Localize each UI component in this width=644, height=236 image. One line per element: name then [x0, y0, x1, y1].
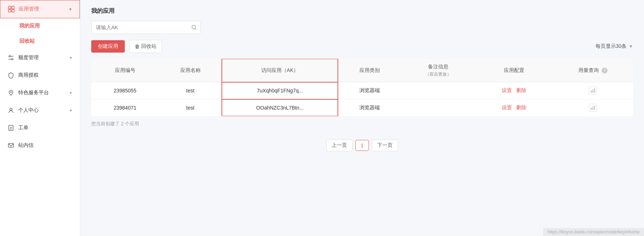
sidebar-item-my-apps[interactable]: 我的应用 — [0, 18, 80, 34]
app-type-cell-1: 浏览器端 — [338, 82, 401, 99]
usage-help-icon[interactable]: ? — [602, 68, 608, 73]
usage-icon-1[interactable] — [589, 87, 597, 95]
notes-cell-2[interactable] — [401, 99, 475, 117]
notes-cell-1[interactable] — [401, 82, 475, 99]
col-header-app-name: 应用名称 — [159, 59, 222, 82]
search-input[interactable] — [91, 21, 201, 34]
shield-icon — [7, 72, 15, 79]
search-bar — [91, 21, 633, 34]
svg-rect-1 — [12, 6, 14, 9]
col-header-usage: 用量查询 ? — [553, 59, 633, 82]
svg-point-8 — [11, 92, 12, 93]
table-header-row: 应用编号 应用名称 访问应用（AK） 应用类别 备注信息 （双击更改） 应用配置… — [91, 59, 633, 82]
svg-point-5 — [9, 56, 11, 57]
sidebar-app-mgmt-arrow: ▼ — [69, 7, 72, 11]
current-page-button[interactable]: 1 — [355, 140, 369, 151]
col-header-app-no: 应用编号 — [91, 59, 159, 82]
sidebar-item-inbox[interactable]: 站内信 — [0, 137, 80, 154]
app-no-cell-2: 23984071 — [91, 99, 159, 117]
mail-icon — [7, 142, 15, 149]
col-header-ak: 访问应用（AK） — [222, 59, 338, 82]
next-page-button[interactable]: 下一页 — [372, 140, 398, 151]
usage-icon-2[interactable] — [589, 104, 597, 112]
toolbar: 创建应用 🗑 回收站 每页显示30条 ▼ — [91, 40, 633, 53]
sidebar-workorder-label: 工单 — [18, 125, 73, 131]
ak-cell-1[interactable]: 7uXqh0qF1FNg7q... — [222, 82, 338, 99]
app-name-cell-1: test — [159, 82, 222, 99]
svg-rect-21 — [593, 107, 594, 110]
config-cell-1: 设置 删除 — [475, 82, 553, 99]
svg-rect-22 — [594, 106, 595, 110]
config-set-link-2[interactable]: 设置 — [502, 104, 512, 110]
sidebar-profile-label: 个人中心 — [18, 107, 69, 114]
sidebar-item-workorder[interactable]: 工单 — [0, 119, 80, 137]
app-type-cell-2: 浏览器端 — [338, 99, 401, 117]
col-header-app-type: 应用类别 — [338, 59, 401, 82]
svg-rect-0 — [8, 6, 11, 9]
svg-point-7 — [11, 58, 13, 60]
pin-icon — [7, 89, 15, 96]
sidebar-quota-arrow: ▼ — [69, 56, 73, 60]
recycle-button[interactable]: 🗑 回收站 — [129, 40, 162, 53]
table-body: 23985055 test 7uXqh0qF1FNg7q... 浏览器端 设置 … — [91, 82, 633, 117]
sidebar-item-quota[interactable]: 额度管理 ▼ — [0, 49, 80, 66]
app-no-cell-1: 23985055 — [91, 82, 159, 99]
search-input-wrapper — [91, 21, 201, 34]
sidebar-item-auth[interactable]: 商用授权 — [0, 66, 80, 84]
create-app-button[interactable]: 创建应用 — [91, 40, 125, 53]
prev-page-button[interactable]: 上一页 — [326, 140, 352, 151]
svg-rect-17 — [591, 91, 592, 93]
ak-cell-2[interactable]: OOahNZC3nL7Btn... — [222, 99, 338, 117]
chevron-down-icon: ▼ — [629, 44, 633, 49]
sidebar-auth-label: 商用授权 — [18, 72, 73, 79]
main-content: 我的应用 创建应用 🗑 回收站 每页显示30条 ▼ 应用编号 — [80, 0, 644, 236]
svg-point-9 — [10, 108, 12, 110]
config-del-link-2[interactable]: 删除 — [516, 104, 527, 110]
sidebar-sub-app-mgmt: 我的应用 回收站 — [0, 18, 80, 49]
usage-cell-1 — [553, 82, 633, 99]
search-button[interactable] — [188, 21, 201, 34]
svg-rect-20 — [591, 108, 592, 110]
svg-rect-19 — [594, 88, 595, 93]
config-cell-2: 设置 删除 — [475, 99, 553, 117]
page-title: 我的应用 — [91, 7, 633, 15]
bottom-bar-url: https://lbsyun.baidu.com/apiconsole/key#… — [548, 229, 640, 235]
svg-rect-10 — [9, 125, 13, 130]
col-header-notes: 备注信息 （双击更改） — [401, 59, 475, 82]
svg-rect-18 — [593, 90, 594, 93]
app-name-cell-2: test — [159, 99, 222, 117]
sidebar-item-profile[interactable]: 个人中心 ▼ — [0, 102, 80, 119]
sidebar-quota-label: 额度管理 — [18, 54, 69, 61]
table-row: 23984071 test OOahNZC3nL7Btn... 浏览器端 设置 … — [91, 99, 633, 117]
document-icon — [7, 124, 15, 132]
sidebar-special-label: 特色服务平台 — [18, 90, 69, 96]
svg-rect-2 — [8, 9, 11, 12]
table-row: 23985055 test 7uXqh0qF1FNg7q... 浏览器端 设置 … — [91, 82, 633, 99]
usage-cell-2 — [553, 99, 633, 117]
grid-icon — [8, 5, 15, 13]
person-icon — [7, 107, 15, 114]
recycle-icon: 🗑 — [135, 43, 140, 49]
sidebar-special-arrow: ▼ — [69, 91, 73, 95]
config-del-link-1[interactable]: 删除 — [516, 87, 527, 93]
app-table: 应用编号 应用名称 访问应用（AK） 应用类别 备注信息 （双击更改） 应用配置… — [91, 59, 633, 116]
config-set-link-1[interactable]: 设置 — [502, 87, 512, 93]
sidebar-item-recycle[interactable]: 回收站 — [0, 34, 80, 49]
sidebar-item-special[interactable]: 特色服务平台 ▼ — [0, 84, 80, 102]
svg-line-16 — [195, 28, 196, 30]
sidebar: 应用管理 ▼ 我的应用 回收站 额度管理 ▼ 商用授权 — [0, 0, 80, 236]
sidebar-app-mgmt-label: 应用管理 — [19, 6, 69, 12]
bottom-bar: https://lbsyun.baidu.com/apiconsole/key#… — [543, 228, 644, 236]
sidebar-profile-arrow: ▼ — [69, 109, 73, 113]
per-page-select: 每页显示30条 ▼ — [595, 43, 633, 50]
svg-point-15 — [192, 25, 196, 29]
per-page-label: 每页显示30条 — [595, 43, 627, 50]
svg-rect-3 — [12, 9, 14, 12]
sidebar-inbox-label: 站内信 — [18, 142, 73, 149]
sliders-icon — [7, 54, 15, 61]
pagination: 上一页 1 下一页 — [91, 140, 633, 151]
sidebar-item-app-mgmt[interactable]: 应用管理 ▼ — [0, 0, 80, 18]
col-header-app-config: 应用配置 — [475, 59, 553, 82]
footer-info: 您当前创建了 2 个应用 — [91, 119, 633, 129]
